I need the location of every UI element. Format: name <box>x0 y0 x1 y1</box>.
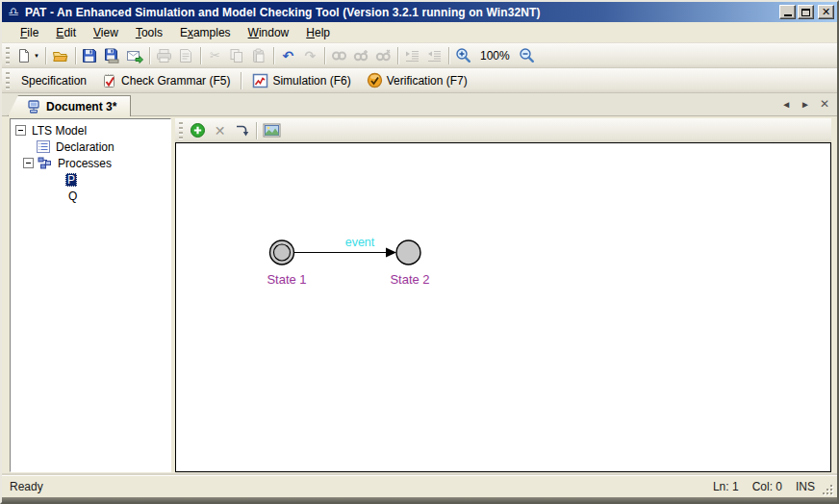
menu-view[interactable]: View <box>85 24 127 41</box>
open-button[interactable] <box>49 45 72 66</box>
undo-button[interactable]: ↶ <box>277 45 299 66</box>
zoom-in-button[interactable] <box>452 45 474 66</box>
declaration-icon <box>37 140 50 153</box>
content-area: LTS Model Declaration Processes P Q <box>2 116 837 475</box>
chain-link-plus-icon <box>353 48 369 63</box>
close-button[interactable]: ✕ <box>818 5 834 19</box>
link-button-1 <box>328 45 350 66</box>
maximize-icon <box>801 9 810 16</box>
copy-icon <box>229 48 244 63</box>
status-message: Ready <box>10 480 713 493</box>
redo-button: ↷ <box>299 45 321 66</box>
check-grammar-button[interactable]: Check Grammar (F5) <box>94 70 238 91</box>
open-folder-icon <box>52 48 69 63</box>
simulation-button[interactable]: Simulation (F6) <box>244 70 358 91</box>
specification-button[interactable]: Specification <box>13 70 94 91</box>
state-node-2[interactable]: State 2 <box>390 240 429 287</box>
toolbar-grip[interactable] <box>179 122 183 139</box>
tab-document-3[interactable]: Document 3* <box>8 95 131 116</box>
toolbar-grip[interactable] <box>6 47 10 64</box>
new-document-icon <box>16 48 32 63</box>
indent-decrease-icon <box>426 48 443 63</box>
specification-toolbar: Specification Check Grammar (F5) Simulat… <box>2 68 837 93</box>
save-all-button[interactable] <box>101 45 123 66</box>
cut-button: ✂ <box>204 45 226 66</box>
new-document-button[interactable]: ▼ <box>13 45 42 66</box>
collapse-icon[interactable] <box>23 158 34 168</box>
state-node-1[interactable]: State 1 <box>267 240 306 287</box>
menu-help[interactable]: Help <box>297 24 339 41</box>
export-icon <box>126 48 143 63</box>
model-tree-panel: LTS Model Declaration Processes P Q <box>10 118 171 472</box>
menu-tools[interactable]: Tools <box>127 24 171 41</box>
tab-scroll-right-button[interactable]: ► <box>801 99 810 110</box>
status-bar: Ready Ln: 1 Col: 0 INS <box>2 475 837 497</box>
main-toolbar: ▼ ✂ ↶ ↷ <box>2 43 837 68</box>
collapse-icon[interactable] <box>15 125 26 136</box>
undo-icon: ↶ <box>283 48 294 63</box>
paste-button <box>248 45 270 66</box>
maximize-button[interactable] <box>798 5 814 19</box>
link-button-3 <box>372 45 394 66</box>
delete-icon: ✕ <box>215 123 226 139</box>
add-state-icon <box>190 122 206 139</box>
status-line: Ln: 1 <box>713 480 739 493</box>
save-button[interactable] <box>79 45 101 66</box>
cut-icon: ✂ <box>210 48 220 63</box>
window-bottom-edge <box>2 497 837 502</box>
print-icon <box>156 48 172 63</box>
indent-decrease-button <box>423 45 445 66</box>
toolbar-grip[interactable] <box>6 72 10 89</box>
tab-navigation: ◄ ► ✕ <box>781 97 829 111</box>
save-icon <box>82 48 97 63</box>
minimize-button[interactable] <box>779 5 796 19</box>
state-label: State 1 <box>267 272 306 287</box>
zoom-out-button[interactable] <box>516 45 538 66</box>
transition-event[interactable]: event <box>294 236 396 258</box>
tree-item-declaration[interactable]: Declaration <box>11 139 170 155</box>
processes-icon <box>38 157 52 169</box>
verification-button[interactable]: Verification (F7) <box>359 70 475 91</box>
paste-icon <box>251 48 267 63</box>
add-state-button[interactable] <box>187 120 209 141</box>
print-preview-icon <box>178 48 193 63</box>
menu-edit[interactable]: Edit <box>47 24 85 41</box>
print-button <box>153 45 175 66</box>
transition-label: event <box>345 236 375 249</box>
tree-item-process-q[interactable]: Q <box>11 188 170 204</box>
copy-button <box>226 45 248 66</box>
lts-canvas[interactable]: event State 1 State 2 <box>175 142 831 472</box>
zoom-level: 100% <box>474 49 516 63</box>
tab-close-button[interactable]: ✕ <box>820 97 829 111</box>
redo-icon: ↷ <box>305 48 317 63</box>
tab-scroll-left-button[interactable]: ◄ <box>781 99 791 110</box>
zoom-in-icon <box>455 47 471 63</box>
document-tab-strip: Document 3* ◄ ► ✕ <box>2 93 837 116</box>
check-grammar-icon <box>102 73 117 88</box>
export-image-button[interactable] <box>260 120 284 141</box>
menu-examples[interactable]: Examples <box>171 24 240 41</box>
menu-window[interactable]: Window <box>240 24 298 41</box>
resize-grip-icon[interactable] <box>821 483 833 495</box>
chain-link-icon <box>331 48 347 63</box>
close-icon: ✕ <box>822 7 830 17</box>
indent-increase-button <box>401 45 423 66</box>
new-document-dropdown-icon: ▼ <box>34 53 39 59</box>
diagram-editor: ✕ event <box>175 118 831 472</box>
print-preview-button <box>175 45 197 66</box>
menu-file[interactable]: File <box>12 24 47 41</box>
document-diagram-icon <box>26 100 41 113</box>
add-transition-button[interactable] <box>231 120 253 141</box>
simulation-chart-icon <box>252 73 268 88</box>
tree-item-processes[interactable]: Processes <box>11 155 170 171</box>
canvas-toolbar: ✕ <box>175 118 831 142</box>
tree-item-process-p[interactable]: P <box>11 171 170 188</box>
minimize-icon <box>784 14 792 16</box>
export-button[interactable] <box>123 45 146 66</box>
delete-button[interactable]: ✕ <box>209 120 231 141</box>
indent-increase-icon <box>404 48 420 63</box>
state-label: State 2 <box>390 272 429 287</box>
menu-bar: File Edit View Tools Examples Window Hel… <box>2 22 837 43</box>
lts-diagram: event State 1 State 2 <box>176 143 831 472</box>
tree-item-lts-model[interactable]: LTS Model <box>11 122 170 139</box>
